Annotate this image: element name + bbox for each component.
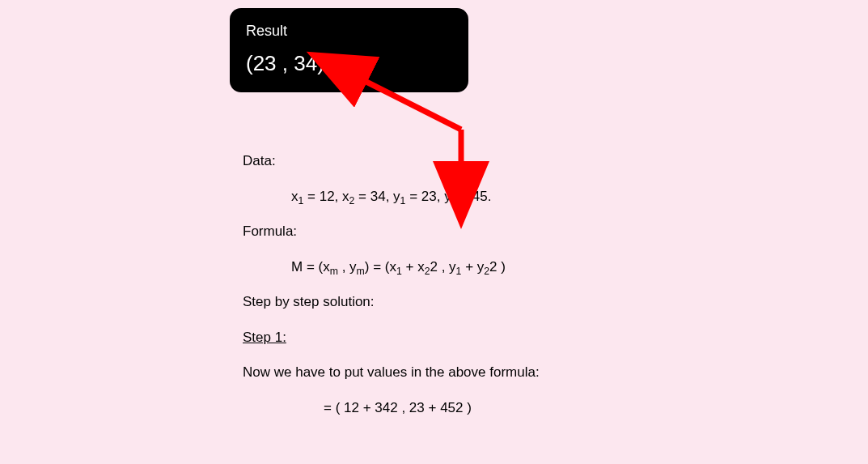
result-title: Result: [246, 23, 452, 40]
formula-label: Formula:: [243, 221, 591, 242]
result-card: Result (23 , 34): [230, 8, 468, 92]
data-values: x1 = 12, x2 = 34, y1 = 23, y2 = 45.: [243, 186, 591, 207]
calc-line: = ( 12 + 342 , 23 + 452 ): [243, 398, 591, 419]
step-text: Now we have to put values in the above f…: [243, 362, 591, 383]
result-value: (23 , 34): [246, 51, 452, 76]
solution-heading: Step by step solution:: [243, 292, 591, 313]
data-label: Data:: [243, 151, 591, 172]
content-area: Data: x1 = 12, x2 = 34, y1 = 23, y2 = 45…: [243, 151, 591, 432]
step-label: Step 1:: [243, 327, 591, 348]
formula-expression: M = (xm , ym) = (x1 + x22 , y1 + y22 ): [243, 257, 591, 278]
